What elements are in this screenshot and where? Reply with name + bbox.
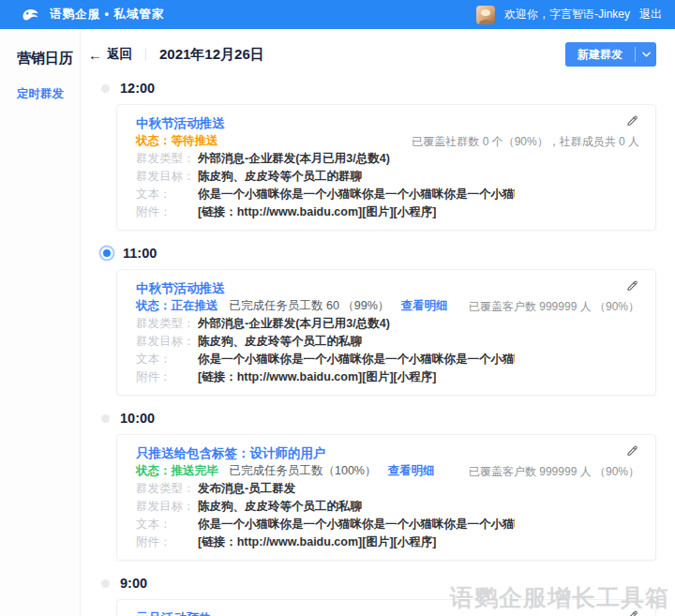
broadcast-attachment-row: 附件：[链接：http://www.baidu.com][图片][小程序]	[136, 368, 515, 386]
timeline-time: 11:00	[123, 246, 157, 261]
current-date: 2021年12月26日	[159, 46, 264, 64]
broadcast-text-row: 文本：你是一个小猫咪你是一个小猫咪你是一个小猫咪你是一个小猫咪你是一个小猫咪..…	[136, 516, 515, 533]
timeline-time: 10:00	[120, 411, 155, 426]
timeline-dot[interactable]	[101, 579, 110, 588]
new-broadcast-split-button[interactable]: 新建群发	[565, 42, 656, 67]
toolbar: ← 返回 2021年12月26日 新建群发	[81, 29, 675, 72]
sidebar: 营销日历 定时群发	[0, 29, 81, 616]
sidebar-item-scheduled-broadcast[interactable]: 定时群发	[0, 86, 80, 102]
status-progress: 已完成任务员工数（100%）	[230, 462, 377, 480]
timeline-dot[interactable]	[101, 84, 110, 93]
back-label: 返回	[107, 46, 132, 63]
view-detail-link[interactable]: 查看明细	[400, 297, 447, 315]
app-header: 语鹦企服 • 私域管家 欢迎你，字言智语-Jinkey 退出	[0, 0, 675, 29]
back-button[interactable]: ← 返回	[88, 46, 132, 63]
timeline-dot[interactable]	[101, 414, 110, 423]
toolbar-divider	[145, 48, 146, 61]
edit-icon[interactable]	[625, 278, 639, 293]
broadcast-card: 中秋节活动推送 状态：等待推送 群发类型：外部消息-企业群发(本月已用3/总数4…	[116, 104, 656, 231]
broadcast-title[interactable]: 中秋节活动推送	[136, 280, 515, 297]
status-text: 状态：等待推送	[136, 132, 218, 150]
timeline-entry-1200: 12:00 中秋节活动推送 状态：等待推送 群发类型：外部消息-企业群发(本月已…	[99, 74, 675, 231]
welcome-text: 欢迎你，字言智语-Jinkey	[504, 7, 630, 23]
edit-icon[interactable]	[625, 443, 639, 458]
timeline-dot-active[interactable]	[103, 249, 111, 257]
brand-title: 语鹦企服 • 私域管家	[50, 7, 164, 23]
broadcast-target-row: 群发目标：陈皮狗、皮皮玲等个员工的群聊	[136, 168, 515, 186]
parrot-logo-icon	[21, 7, 41, 23]
broadcast-target-row: 群发目标：陈皮狗、皮皮玲等个员工的私聊	[136, 498, 515, 516]
timeline-time: 12:00	[120, 81, 155, 96]
broadcast-attachment-row: 附件：[链接：http://www.baidu.com][图片][小程序]	[136, 203, 515, 221]
broadcast-card: 元旦活动预热 状态：已推送 已发布员工数 50（90%） 查看明细 群发类型：朋…	[116, 599, 656, 616]
broadcast-title[interactable]: 中秋节活动推送	[136, 115, 515, 132]
main-panel: ← 返回 2021年12月26日 新建群发 12:00	[81, 29, 675, 616]
status-progress: 已完成任务员工数 60 （99%）	[230, 297, 390, 315]
user-avatar[interactable]	[476, 6, 495, 24]
status-text: 状态：推送完毕	[136, 462, 218, 480]
timeline-entry-1100: 11:00 中秋节活动推送 状态：正在推送 已完成任务员工数 60 （99%） …	[99, 239, 675, 396]
broadcast-text-row: 文本：你是一个小猫咪你是一个小猫咪你是一个小猫咪你是一个小猫咪你是一个小猫咪..…	[136, 351, 515, 368]
broadcast-attachment-row: 附件：[链接：http://www.baidu.com][图片][小程序]	[136, 533, 515, 551]
timeline-entry-0900: 9:00 元旦活动预热 状态：已推送 已发布员工数 50（90%） 查看明细 群…	[99, 569, 675, 616]
broadcast-card: 中秋节活动推送 状态：正在推送 已完成任务员工数 60 （99%） 查看明细 群…	[116, 269, 656, 396]
coverage-text: 已覆盖客户数 999999 人 （90%）	[469, 464, 639, 480]
status-line: 状态：正在推送 已完成任务员工数 60 （99%） 查看明细	[136, 297, 515, 315]
edit-icon[interactable]	[625, 608, 639, 616]
sidebar-title: 营销日历	[0, 50, 80, 68]
timeline-time: 9:00	[120, 576, 147, 591]
timeline-entry-1000: 10:00 只推送给包含标签：设计师的用户 状态：推送完毕 已完成任务员工数（1…	[99, 404, 675, 561]
broadcast-card: 只推送给包含标签：设计师的用户 状态：推送完毕 已完成任务员工数（100%） 查…	[116, 434, 656, 561]
coverage-text: 已覆盖社群数 0 个（90%），社群成员共 0 人	[412, 134, 639, 150]
view-detail-link[interactable]: 查看明细	[387, 462, 434, 480]
broadcast-type-row: 群发类型：外部消息-企业群发(本月已用3/总数4)	[136, 315, 515, 333]
edit-icon[interactable]	[625, 113, 639, 128]
broadcast-text-row: 文本：你是一个小猫咪你是一个小猫咪你是一个小猫咪你是一个小猫咪你是一个小猫咪..…	[136, 186, 515, 203]
broadcast-type-row: 群发类型：发布消息-员工群发	[136, 480, 515, 498]
broadcast-target-row: 群发目标：陈皮狗、皮皮玲等个员工的私聊	[136, 333, 515, 351]
logout-link[interactable]: 退出	[639, 7, 662, 23]
broadcast-title[interactable]: 元旦活动预热	[136, 610, 515, 616]
status-text: 状态：正在推送	[136, 297, 218, 315]
back-arrow-icon: ←	[88, 48, 102, 62]
broadcast-title[interactable]: 只推送给包含标签：设计师的用户	[136, 445, 515, 462]
chevron-down-icon[interactable]	[636, 42, 656, 67]
timeline: 12:00 中秋节活动推送 状态：等待推送 群发类型：外部消息-企业群发(本月已…	[81, 72, 675, 616]
broadcast-type-row: 群发类型：外部消息-企业群发(本月已用3/总数4)	[136, 150, 515, 168]
coverage-text: 已覆盖客户数 999999 人 （90%）	[469, 299, 639, 315]
new-broadcast-button[interactable]: 新建群发	[565, 42, 635, 67]
status-line: 状态：推送完毕 已完成任务员工数（100%） 查看明细	[136, 462, 515, 480]
